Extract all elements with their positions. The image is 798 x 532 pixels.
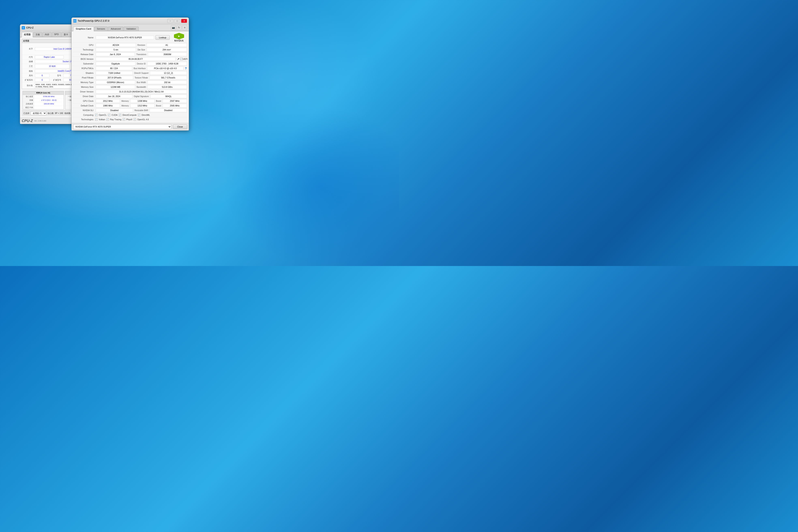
cpuz-process-label: 工艺 xyxy=(22,64,34,68)
cpuz-bus-speed-row: 总线速度 100.00 MHz xyxy=(23,102,64,106)
gpuz-memtype-value: GDDR6X (Micron) xyxy=(96,80,135,84)
gpuz-minimize-btn[interactable]: − xyxy=(167,19,173,23)
gpuz-sli-row: NVIDIA SLI Disabled Resizable BAR Disabl… xyxy=(73,108,188,113)
gpuz-memsize-label: Memory Size xyxy=(73,85,95,89)
gpuz-resizable-bar-label: Resizable BAR xyxy=(134,109,149,112)
gpuz-defaultclock-label: Default Clock xyxy=(73,104,95,108)
gpuz-camera-btn[interactable]: 📷 xyxy=(171,25,176,30)
gpuz-maximize-btn[interactable]: □ xyxy=(174,19,180,23)
gpuz-release-value: Jan 8, 2024 xyxy=(96,53,135,56)
gpuz-app-icon: GPU xyxy=(73,19,76,22)
gpuz-rops-value: 80 / 224 xyxy=(96,66,132,70)
gpuz-bus-interface-value: PCIe x16 4.0 @ x16 4.0 xyxy=(147,66,184,70)
gpuz-bios-row: BIOS Version 95.04.69.00.F7 ↗ UEFI xyxy=(73,57,188,61)
gpuz-gpu-label: GPU xyxy=(73,43,95,47)
cpuz-tab-spd[interactable]: SPD xyxy=(52,32,61,37)
cpuz-tab-memory[interactable]: 内存 xyxy=(42,32,52,37)
gpuz-directml-checkbox[interactable] xyxy=(138,114,140,116)
gpuz-default-mem-label: Memory xyxy=(121,104,130,108)
gpuz-titlebar-buttons: − □ ✕ xyxy=(167,19,187,23)
gpuz-device-id-label: Device ID xyxy=(136,62,146,65)
gpuz-cuda-checkbox[interactable] xyxy=(108,114,110,116)
gpuz-gpu-select[interactable]: NVIDIA GeForce RTX 4070 SUPER xyxy=(73,124,171,129)
cpuz-spec-label: 规格 xyxy=(22,69,34,73)
gpuz-driver-value: 31.0.15.5123 (NVIDIA 551.23) DCH / Win11… xyxy=(96,90,187,93)
gpuz-die-size-value: 294 mm² xyxy=(147,48,187,52)
gpuz-opengl-label: OpenGL 4.6 xyxy=(137,118,149,121)
gpuz-defaultclock-value: 1980 MHz xyxy=(96,104,120,108)
cpuz-processor-select[interactable]: 处理器 #1 xyxy=(31,111,46,115)
gpuz-menu-btn[interactable]: ≡ xyxy=(182,25,187,30)
cpuz-fsb-label: 锁定 FSB xyxy=(23,106,34,109)
gpuz-opencl-checkbox[interactable] xyxy=(95,114,97,116)
gpuz-texture-fillrate-label: Texture Fillrate xyxy=(134,76,149,79)
cpuz-threads-label: 线程数 xyxy=(64,112,71,115)
gpuz-opengl-checkbox[interactable] xyxy=(134,118,136,121)
cpuz-tab-mainboard[interactable]: 主板 xyxy=(33,32,42,37)
gpuz-subvendor-row: Subvendor Gigabyte Device ID 10DE 2783 -… xyxy=(73,61,188,66)
gpuz-bios-share-icon[interactable]: ↗ xyxy=(176,57,180,61)
gpuz-bus-width-value: 192 bit xyxy=(147,80,187,84)
cpuz-fsb-value xyxy=(34,106,64,109)
gpuz-tab-sensors[interactable]: Sensors xyxy=(94,26,108,31)
gpuz-pixel-fillrate-label: Pixel Fillrate xyxy=(73,76,95,79)
gpuz-rops-row: ROPs/TMUs 80 / 224 Bus Interface PCIe x1… xyxy=(73,66,188,71)
gpuz-driverdate-label: Driver Date xyxy=(73,94,95,98)
cpuz-tab-graphics[interactable]: 显卡 xyxy=(61,32,70,37)
cpuz-process-value: 10 纳米 xyxy=(35,64,70,68)
gpuz-bus-question-icon[interactable]: ? xyxy=(184,67,188,70)
gpuz-boost-value: 2597 MHz xyxy=(163,99,187,103)
cpuz-app-icon: C xyxy=(22,26,25,30)
gpuz-transistors-label: Transistors xyxy=(135,53,147,56)
gpuz-vulkan-checkbox[interactable] xyxy=(95,118,97,121)
gpuz-close-btn[interactable]: ✕ xyxy=(181,19,187,23)
gpuz-digitalsig-value: WHQL xyxy=(150,94,187,98)
gpuz-driverdate-row: Driver Date Jan 18, 2024 Digital Signatu… xyxy=(73,94,188,99)
gpuz-shaders-label: Shaders xyxy=(73,71,95,75)
gpuz-tab-advanced[interactable]: Advanced xyxy=(108,26,123,31)
cpuz-extmodel-label: 扩展型号 xyxy=(50,78,62,82)
cpuz-core-speed-row: 核心速度 5700.00 MHz xyxy=(23,95,64,98)
gpuz-technologies-row: Technologies Vulkan Ray Tracing PhysX Op… xyxy=(73,117,188,122)
gpuz-device-id-value: 10DE 2783 - 1458 4138 xyxy=(147,62,187,65)
gpuz-directcompute-checkbox[interactable] xyxy=(119,114,121,116)
gpuz-gpuclock-value: 2012 MHz xyxy=(96,99,120,103)
gpuz-tech-row: Technology 5 nm Die Size 294 mm² xyxy=(73,48,188,52)
gpuz-gpu-row: GPU AD104 Revision A1 xyxy=(73,43,188,48)
gpuz-close-btn[interactable]: Close xyxy=(173,125,187,129)
gpuz-tab-graphics-card[interactable]: Graphics Card xyxy=(73,26,94,31)
gpuz-release-row: Release Date Jan 8, 2024 Transistors 358… xyxy=(73,52,188,57)
gpuz-tech-label: Technology xyxy=(73,48,95,52)
gpuz-bottom-bar: NVIDIA GeForce RTX 4070 SUPER Close xyxy=(72,123,189,130)
gpuz-uefi-checkbox[interactable] xyxy=(180,58,183,60)
gpuz-vulkan-label: Vulkan xyxy=(99,118,105,121)
gpuz-driver-row: Driver Version 31.0.15.5123 (NVIDIA 551.… xyxy=(73,90,188,94)
cpuz-cores-label: 核心数 xyxy=(48,112,54,115)
cpuz-instructions-label: 指令集 xyxy=(22,84,34,88)
gpuz-driverdate-value: Jan 18, 2024 xyxy=(96,94,132,98)
gpuz-bios-value: 95.04.69.00.F7 xyxy=(96,57,175,61)
gpuz-memtype-row: Memory Type GDDR6X (Micron) Bus Width 19… xyxy=(73,80,188,85)
gpuz-driver-label: Driver Version xyxy=(73,90,95,93)
gpuz-directx-label: DirectX Support xyxy=(133,71,149,75)
gpuz-physx-label: PhysX xyxy=(126,118,132,121)
gpuz-lookup-btn[interactable]: Lookup xyxy=(155,35,170,40)
gpuz-memsize-row: Memory Size 12288 MB Bandwidth 513.8 GB/… xyxy=(73,85,188,90)
cpuz-tab-processor[interactable]: 处理器 xyxy=(22,32,33,37)
cpuz-socket-label: 插槽 xyxy=(22,60,34,63)
gpuz-default-mem-value: 1313 MHz xyxy=(130,104,154,108)
cpuz-core-speed-label: 核心速度 xyxy=(23,95,34,98)
gpuz-boost-label: Boost xyxy=(155,99,162,103)
gpuz-technologies-checkboxes: Vulkan Ray Tracing PhysX OpenGL 4.6 xyxy=(95,118,149,121)
gpuz-transistors-value: 35800M xyxy=(148,53,187,56)
cpuz-codename-value: Raptor Lake xyxy=(35,55,64,59)
gpuz-tab-validation[interactable]: Validation xyxy=(124,26,139,31)
gpuz-sli-label: NVIDIA SLI xyxy=(73,109,95,112)
gpuz-name-row: Name NVIDIA GeForce RTX 4070 SUPER Looku… xyxy=(73,33,188,43)
gpuz-raytracing-checkbox[interactable] xyxy=(107,118,109,121)
gpuz-refresh-btn[interactable]: ↻ xyxy=(176,25,182,30)
cpuz-core-speed-value: 5700.00 MHz xyxy=(34,95,64,98)
gpuz-revision-label: Revision xyxy=(137,43,146,47)
gpuz-physx-checkbox[interactable] xyxy=(123,118,125,121)
nvidia-text: NVIDIA xyxy=(174,39,184,42)
